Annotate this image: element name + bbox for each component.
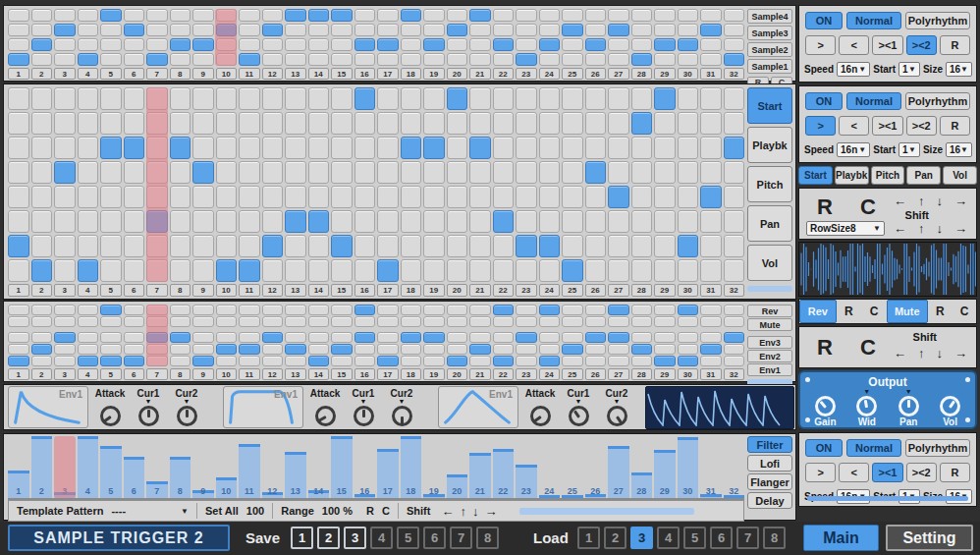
chart-column[interactable]: 1: [8, 436, 29, 498]
setting-page-button[interactable]: Setting: [886, 525, 973, 551]
step-cell[interactable]: [447, 87, 468, 110]
step-cell[interactable]: [608, 112, 629, 135]
step-cell[interactable]: [678, 210, 699, 233]
step-cell[interactable]: [539, 210, 561, 233]
step-cell[interactable]: [216, 259, 238, 282]
normal-mode-button[interactable]: Normal: [846, 12, 901, 29]
step-cell[interactable]: [100, 305, 122, 315]
step-cell[interactable]: [331, 316, 353, 327]
step-cell[interactable]: [469, 316, 491, 327]
modifier-label-mute[interactable]: Mute: [747, 318, 792, 331]
step-cell[interactable]: [331, 259, 353, 282]
step-cell[interactable]: [377, 9, 399, 22]
step-cell[interactable]: [331, 112, 353, 135]
step-cell[interactable]: [78, 161, 99, 184]
step-cell[interactable]: [562, 137, 583, 159]
step-cell[interactable]: [239, 87, 260, 110]
step-cell[interactable]: [724, 344, 745, 355]
step-cell[interactable]: [192, 356, 214, 366]
chart-column[interactable]: 5: [100, 436, 122, 498]
step-cell[interactable]: [585, 38, 607, 51]
step-cell[interactable]: [100, 332, 122, 343]
step-cell[interactable]: [285, 305, 306, 315]
chart-column[interactable]: 21: [469, 436, 491, 498]
step-cell[interactable]: [608, 356, 629, 366]
chart-column[interactable]: 10: [216, 436, 238, 498]
direction-button[interactable]: >: [805, 463, 836, 482]
step-cell[interactable]: [654, 137, 676, 159]
step-cell[interactable]: [700, 235, 722, 257]
step-cell[interactable]: [192, 24, 214, 36]
step-cell[interactable]: [78, 305, 99, 315]
shift-arrow-up[interactable]: ↑: [915, 346, 928, 361]
step-cell[interactable]: [8, 186, 29, 208]
step-cell[interactable]: [493, 87, 515, 110]
step-cell[interactable]: [78, 344, 99, 355]
step-cell[interactable]: [354, 210, 376, 233]
step-cell[interactable]: [423, 9, 445, 22]
step-cell[interactable]: [516, 210, 537, 233]
step-cell[interactable]: [377, 344, 399, 355]
step-cell[interactable]: [516, 9, 537, 22]
chart-column[interactable]: 15: [331, 436, 353, 498]
param-button-playbk[interactable]: Playbk: [747, 127, 792, 163]
step-cell[interactable]: [493, 210, 515, 233]
step-cell[interactable]: [216, 305, 238, 315]
step-cell[interactable]: [262, 87, 284, 110]
polyrhythm-mode-button[interactable]: Polyrhythm: [905, 12, 970, 29]
step-cell[interactable]: [239, 356, 260, 366]
step-cell[interactable]: [216, 161, 238, 184]
step-cell[interactable]: [585, 210, 607, 233]
step-cell[interactable]: [285, 316, 306, 327]
step-cell[interactable]: [539, 316, 561, 327]
step-cell[interactable]: [447, 316, 468, 327]
step-cell[interactable]: [78, 316, 99, 327]
step-cell[interactable]: [562, 235, 583, 257]
step-cell[interactable]: [423, 38, 445, 51]
step-cell[interactable]: [170, 53, 191, 66]
step-cell[interactable]: [608, 332, 629, 343]
step-cell[interactable]: [170, 112, 191, 135]
shift-arrow-right[interactable]: →: [952, 221, 970, 236]
step-cell[interactable]: [654, 53, 676, 66]
step-cell[interactable]: [493, 137, 515, 159]
step-cell[interactable]: [192, 137, 214, 159]
step-cell[interactable]: [146, 9, 168, 22]
step-cell[interactable]: [447, 24, 468, 36]
step-cell[interactable]: [447, 9, 468, 22]
step-cell[interactable]: [124, 38, 145, 51]
step-cell[interactable]: [100, 137, 122, 159]
step-cell[interactable]: [585, 137, 607, 159]
step-cell[interactable]: [700, 316, 722, 327]
step-cell[interactable]: [678, 161, 699, 184]
dropdown-arrow-icon[interactable]: ▼: [181, 507, 189, 516]
step-cell[interactable]: [100, 9, 122, 22]
envelope-display[interactable]: Env1: [8, 386, 88, 428]
fx-button-lofi[interactable]: Lofi: [747, 455, 792, 472]
step-cell[interactable]: [31, 356, 53, 366]
normal-mode-button[interactable]: Normal: [846, 92, 901, 110]
step-cell[interactable]: [700, 210, 722, 233]
step-cell[interactable]: [262, 161, 284, 184]
step-cell[interactable]: [100, 112, 122, 135]
step-cell[interactable]: [8, 259, 29, 282]
step-cell[interactable]: [100, 316, 122, 327]
fx-button-filter[interactable]: Filter: [747, 436, 792, 453]
step-cell[interactable]: [285, 186, 306, 208]
step-cell[interactable]: [377, 24, 399, 36]
chart-column[interactable]: 7: [146, 436, 168, 498]
chart-column[interactable]: 16: [354, 436, 376, 498]
step-cell[interactable]: [423, 332, 445, 343]
step-cell[interactable]: [585, 332, 607, 343]
chart-column[interactable]: 27: [608, 436, 629, 498]
step-cell[interactable]: [8, 356, 29, 366]
rowsize-select[interactable]: RowSize8 ▼: [806, 221, 885, 236]
step-cell[interactable]: [423, 356, 445, 366]
step-cell[interactable]: [516, 24, 537, 36]
step-cell[interactable]: [678, 332, 699, 343]
step-cell[interactable]: [447, 186, 468, 208]
modifier-label-env3[interactable]: Env3: [747, 336, 792, 349]
step-cell[interactable]: [562, 344, 583, 355]
step-cell[interactable]: [331, 210, 353, 233]
step-cell[interactable]: [239, 235, 260, 257]
